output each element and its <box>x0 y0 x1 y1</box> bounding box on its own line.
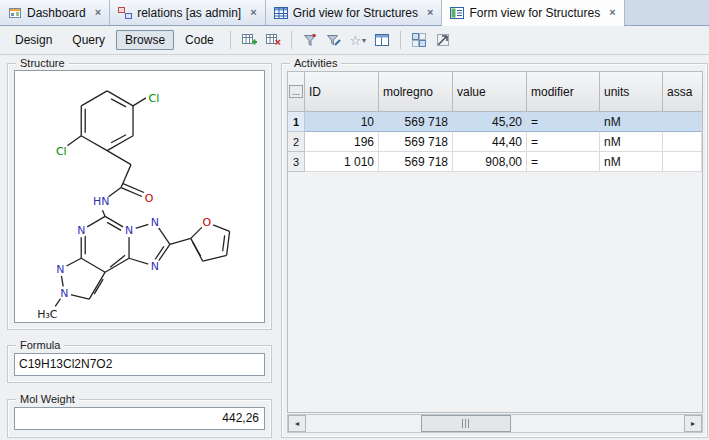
cell-value[interactable]: 908,00 <box>453 152 527 172</box>
toolbar-separator <box>400 31 401 49</box>
structure-panel: Structure <box>7 63 272 330</box>
tab-form-view[interactable]: Form view for Structures × <box>442 0 624 25</box>
activities-panel: Activities ... ID molregno value modifie… <box>281 63 708 438</box>
column-header-value[interactable]: value <box>453 72 527 112</box>
cell-assay[interactable] <box>663 152 702 172</box>
tab-label: Dashboard <box>27 6 86 20</box>
column-header-molregno[interactable]: molregno <box>379 72 453 112</box>
table-options-button[interactable]: ... <box>289 85 303 98</box>
mol-weight-field[interactable]: 442,26 <box>14 407 265 430</box>
tab-relations[interactable]: relations [as admin] × <box>110 0 266 25</box>
atom-label: N <box>77 224 85 237</box>
molecule-drawing: Cl Cl O HN N N N N O N N H₃C <box>15 71 264 322</box>
cell-molregno[interactable]: 569 718 <box>379 152 453 172</box>
cell-assay[interactable] <box>663 132 702 152</box>
delete-row-icon[interactable] <box>262 29 284 51</box>
favorites-star-button[interactable]: ☆ ▾ <box>347 29 369 51</box>
tab-grid-view[interactable]: Grid view for Structures × <box>266 0 443 25</box>
grid-view-icon <box>274 6 288 20</box>
cell-molregno[interactable]: 569 718 <box>379 132 453 152</box>
table-row[interactable]: 1 10 569 718 45,20 = nM <box>288 112 702 132</box>
tab-dashboard[interactable]: Dashboard × <box>0 0 110 25</box>
structure-viewer[interactable]: Cl Cl O HN N N N N O N N H₃C <box>14 70 265 323</box>
scroll-left-icon[interactable]: ◂ <box>288 415 306 432</box>
cell-id[interactable]: 10 <box>305 112 379 132</box>
form-view-icon <box>450 6 464 20</box>
structure-panel-title: Structure <box>16 56 69 70</box>
browse-button[interactable]: Browse <box>116 30 174 50</box>
tab-close-icon[interactable]: × <box>95 7 101 18</box>
maximize-view-icon[interactable] <box>432 29 454 51</box>
atom-label: O <box>202 216 211 229</box>
column-header-units[interactable]: units <box>600 72 663 112</box>
cell-id[interactable]: 1 010 <box>305 152 379 172</box>
filter-icon[interactable] <box>299 29 321 51</box>
formula-panel-title: Formula <box>16 338 64 352</box>
atom-labels: Cl Cl O HN N N N N O N N H₃C <box>36 90 213 322</box>
document-tab-bar: Dashboard × relations [as admin] × <box>0 0 709 26</box>
formula-panel: Formula C19H13Cl2N7O2 <box>7 345 272 383</box>
cell-value[interactable]: 44,40 <box>453 132 527 152</box>
cell-modifier[interactable]: = <box>527 112 600 132</box>
cell-value[interactable]: 45,20 <box>453 112 527 132</box>
tile-windows-icon[interactable] <box>408 29 430 51</box>
column-header-modifier[interactable]: modifier <box>527 72 600 112</box>
scrollbar-track[interactable] <box>306 415 684 432</box>
mol-weight-panel-title: Mol Weight <box>16 392 79 406</box>
tab-label: relations [as admin] <box>137 6 241 20</box>
scroll-right-icon[interactable]: ▸ <box>684 415 702 432</box>
star-icon: ☆ <box>349 34 361 47</box>
chevron-down-icon: ▾ <box>362 36 366 45</box>
atom-label: N <box>60 287 68 300</box>
tab-close-icon[interactable]: × <box>427 7 433 18</box>
row-header[interactable]: 2 <box>288 132 305 152</box>
atom-label: Cl <box>56 145 67 158</box>
atom-label: N <box>125 224 133 237</box>
cell-assay[interactable] <box>663 112 702 132</box>
cell-modifier[interactable]: = <box>527 152 600 172</box>
row-header[interactable]: 3 <box>288 152 305 172</box>
design-button[interactable]: Design <box>6 30 61 50</box>
cell-units[interactable]: nM <box>600 132 663 152</box>
atom-label: N <box>56 263 64 276</box>
toolbar-separator <box>230 31 231 49</box>
bond <box>53 91 229 309</box>
code-button[interactable]: Code <box>176 30 223 50</box>
filter-edit-icon[interactable] <box>323 29 345 51</box>
table-header-row: ... ID molregno value modifier units ass… <box>288 72 702 112</box>
table-corner-cell: ... <box>288 72 305 112</box>
horizontal-scrollbar[interactable]: ◂ ▸ <box>287 414 703 433</box>
relations-icon <box>118 6 132 20</box>
tab-label: Grid view for Structures <box>293 6 418 20</box>
table-row[interactable]: 2 196 569 718 44,40 = nM <box>288 132 702 152</box>
dashboard-icon <box>8 6 22 20</box>
form-toolbar: Design Query Browse Code <box>0 26 709 55</box>
cell-modifier[interactable]: = <box>527 132 600 152</box>
cell-units[interactable]: nM <box>600 152 663 172</box>
tab-close-icon[interactable]: × <box>609 7 615 18</box>
atom-label: N <box>151 216 159 229</box>
tab-close-icon[interactable]: × <box>250 7 256 18</box>
row-header[interactable]: 1 <box>288 112 305 132</box>
atom-label: O <box>145 192 154 205</box>
scrollbar-grip <box>462 419 471 428</box>
table-row[interactable]: 3 1 010 569 718 908,00 = nM <box>288 152 702 172</box>
form-widget-icon[interactable] <box>371 29 393 51</box>
atom-label: H₃C <box>37 308 58 321</box>
scrollbar-thumb[interactable] <box>421 415 511 432</box>
cell-units[interactable]: nM <box>600 112 663 132</box>
column-header-id[interactable]: ID <box>305 72 379 112</box>
atom-label: N <box>151 260 159 273</box>
application-window: Dashboard × relations [as admin] × <box>0 0 709 440</box>
atom-label: Cl <box>149 92 160 105</box>
activities-panel-title: Activities <box>290 56 341 70</box>
insert-row-icon[interactable] <box>238 29 260 51</box>
cell-molregno[interactable]: 569 718 <box>379 112 453 132</box>
cell-id[interactable]: 196 <box>305 132 379 152</box>
mol-weight-panel: Mol Weight 442,26 <box>7 399 272 438</box>
atom-label: HN <box>93 195 109 208</box>
column-header-assay[interactable]: assa <box>663 72 702 112</box>
query-button[interactable]: Query <box>63 30 114 50</box>
tab-label: Form view for Structures <box>469 6 600 20</box>
formula-field[interactable]: C19H13Cl2N7O2 <box>14 353 265 376</box>
